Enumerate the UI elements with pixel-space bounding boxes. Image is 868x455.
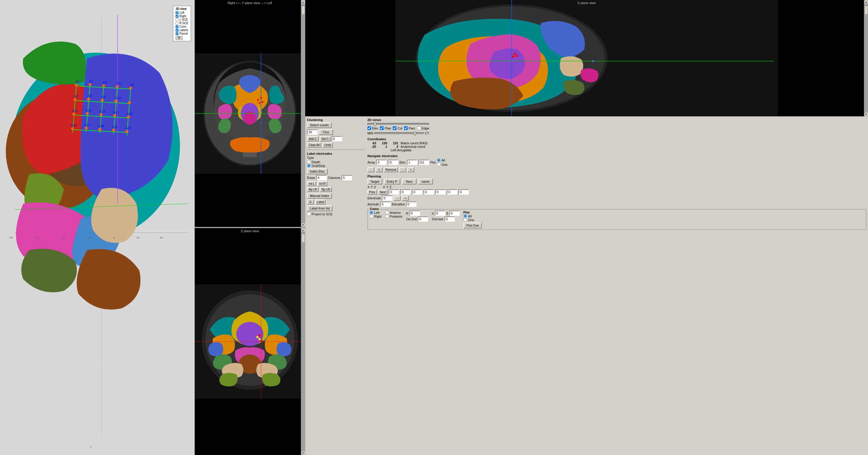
edge-checkbox[interactable] [417, 126, 421, 130]
views-2d-slider[interactable] [367, 123, 429, 125]
frame-plot-one-item[interactable]: One [463, 218, 482, 222]
z-plane-view[interactable] [195, 228, 305, 455]
scroll-down-arrow2[interactable]: ▼ [301, 451, 305, 455]
elec-checkbox[interactable] [367, 126, 371, 130]
second-last-input[interactable] [444, 217, 455, 222]
plot-one-radio-item[interactable]: One [437, 163, 448, 166]
nav-plus2-btn[interactable]: + [407, 167, 414, 172]
scroll-track[interactable] [301, 4, 305, 223]
plot-all-radio-item[interactable]: All [437, 158, 448, 162]
label-from-list-btn[interactable]: Label from list [307, 205, 333, 211]
name-btn[interactable]: name [418, 179, 433, 184]
x-plane-scrollbar-v[interactable]: ▲ ▼ [864, 0, 868, 116]
x-scrollbar-thumb[interactable] [865, 6, 868, 15]
remove-btn[interactable]: Remove [384, 167, 398, 172]
legend-rsce-checkbox[interactable] [176, 22, 179, 25]
plan-plus-btn[interactable]: + [402, 196, 409, 201]
plan-x-val[interactable] [400, 190, 411, 195]
elec-nav-input[interactable] [407, 160, 417, 165]
plan-checkbox[interactable] [380, 126, 384, 130]
nav-minus-btn[interactable]: - [367, 167, 374, 172]
scrollbar-thumb[interactable] [302, 6, 305, 15]
elec-checkbox-item[interactable]: Elec [367, 126, 378, 130]
new-btn[interactable]: New [402, 179, 416, 184]
flip-ud-btn[interactable]: flip UD [320, 187, 332, 192]
mri-slider[interactable] [374, 132, 424, 134]
nav-plus-btn[interactable]: + [376, 167, 382, 172]
parc-checkbox[interactable] [404, 126, 408, 130]
scroll-down-arrow[interactable]: ▼ [301, 223, 305, 227]
cols-input[interactable] [342, 175, 352, 180]
label-btn[interactable]: Label [315, 200, 326, 204]
rows-input[interactable] [316, 175, 327, 180]
legend-left-checkbox[interactable] [176, 11, 179, 14]
select-voxels-btn[interactable]: Select voxels [307, 122, 332, 128]
legend-lsce-checkbox[interactable] [176, 18, 179, 21]
beta-input[interactable] [450, 210, 460, 216]
slider-thumb[interactable] [374, 122, 376, 126]
frame-right-item[interactable]: Right [369, 215, 382, 218]
plan-checkbox-item[interactable]: Plan [380, 126, 391, 130]
grid-strip-radio[interactable] [307, 164, 311, 168]
plot-one-btn[interactable]: Plot One [463, 223, 482, 228]
plot-all-radio[interactable] [437, 158, 441, 162]
r-button[interactable]: R [176, 36, 183, 40]
brain-3d-view[interactable]: G1 G2 G3 G4 G5 G7 G8 G9 G10 G11 G12 G13 … [0, 0, 194, 455]
edge-checkbox-item[interactable]: Edge [417, 126, 429, 130]
y-plane-scrollbar-v[interactable]: ▲ ▼ [301, 0, 305, 227]
frame-left-radio[interactable] [369, 210, 373, 215]
z-plane-scrollbar-v[interactable]: ▲ ▼ [301, 228, 305, 455]
n-input[interactable] [410, 210, 420, 216]
first-second-input[interactable] [418, 217, 428, 222]
scroll-track2[interactable] [301, 232, 305, 451]
array-input[interactable] [376, 160, 386, 165]
plan-minus-btn[interactable]: - [394, 196, 401, 201]
parc-checkbox-item[interactable]: Parc [404, 126, 415, 130]
flip-lr-btn[interactable]: flip LR [307, 187, 319, 192]
frame-anterior-radio[interactable] [385, 210, 389, 215]
frame-right-radio[interactable] [369, 215, 373, 218]
legend-conn-checkbox[interactable] [176, 25, 179, 28]
del-c-value[interactable] [332, 136, 342, 141]
clus-value-input[interactable] [307, 130, 317, 135]
frame-plot-all-item[interactable]: All [463, 214, 482, 218]
x-plane-view[interactable] [305, 0, 868, 116]
azimuth-input[interactable] [380, 202, 391, 207]
frame-plot-all-radio[interactable] [463, 214, 467, 218]
clus-btn[interactable]: Clus [319, 129, 333, 135]
electrode-plan-value[interactable] [382, 196, 393, 201]
target-btn[interactable]: Target [367, 179, 382, 184]
legend-right-checkbox[interactable] [176, 15, 179, 18]
rot-l-btn[interactable]: rot L [307, 181, 316, 186]
frame-left-item[interactable]: Left [369, 210, 382, 215]
x-scroll-down[interactable]: ▼ [864, 112, 868, 116]
frame-anterior-item[interactable]: Anterior [385, 210, 403, 215]
frame-posterior-item[interactable]: Posterior [385, 215, 403, 218]
legend-item-labels[interactable]: Labels [176, 29, 188, 32]
scrollbar-thumb2[interactable] [302, 234, 305, 243]
mri-slider-thumb[interactable] [414, 132, 416, 135]
alpha-input[interactable] [435, 210, 445, 216]
legend-labels-checkbox[interactable] [176, 29, 179, 32]
entry-p-btn[interactable]: Entry P [384, 179, 400, 184]
rot-r-btn[interactable]: rot R [317, 181, 327, 186]
g1-input[interactable] [418, 160, 429, 165]
depth-radio[interactable] [307, 160, 311, 164]
project-to-sce-item[interactable]: Project to SCE [307, 212, 365, 216]
del-c-btn[interactable]: Del C [320, 137, 331, 141]
x-scroll-track[interactable] [864, 4, 868, 112]
plan-z2-val[interactable] [458, 190, 469, 195]
legend-item-left[interactable]: Left [176, 11, 188, 14]
legend-item-lsce[interactable]: L SCE [176, 18, 188, 21]
g-input[interactable] [388, 160, 398, 165]
undo-btn[interactable]: Undo [322, 143, 333, 147]
x-scroll-up[interactable]: ▲ [864, 0, 868, 4]
depth-radio-item[interactable]: Depth [307, 160, 365, 164]
add-c-btn[interactable]: Add C [307, 137, 319, 141]
grid-strip-radio-item[interactable]: Grid/Strip [307, 164, 365, 168]
legend-parcel-checkbox[interactable] [176, 32, 179, 35]
legend-item-right[interactable]: Right [176, 15, 188, 18]
prev-btn[interactable]: Prev [367, 190, 377, 195]
elevation-input[interactable] [406, 202, 416, 207]
next-value[interactable] [389, 190, 399, 195]
